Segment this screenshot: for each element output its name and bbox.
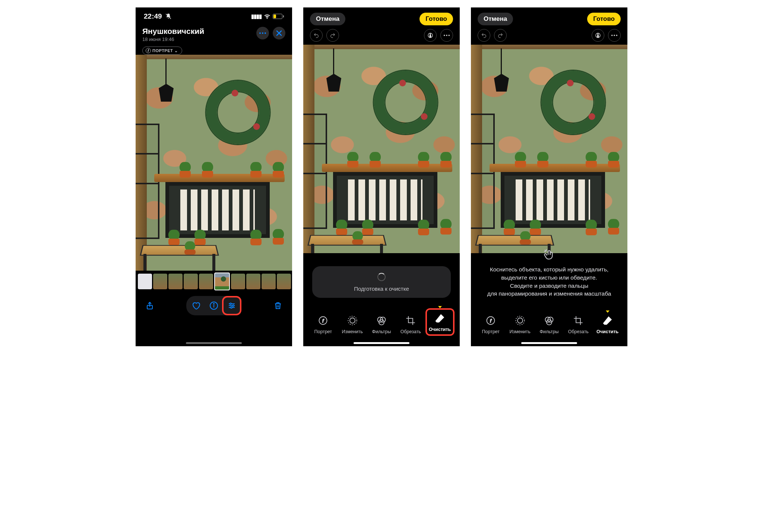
edit-button[interactable] [224,297,240,314]
tool-portrait[interactable]: f Портрет [478,314,504,334]
photo-content[interactable] [303,45,460,253]
tool-cleanup[interactable]: Очистить [595,314,621,334]
cancel-button[interactable]: Отмена [478,13,513,25]
svg-point-2 [262,32,263,34]
svg-text:f: f [323,318,324,324]
eraser-icon [601,314,614,327]
thumbnail[interactable] [262,274,276,289]
status-bar: 22:49 ▮▮▮▮ 7 [136,7,292,25]
photo-content[interactable] [471,45,627,253]
filters-icon [543,314,555,327]
delete-button[interactable] [270,297,286,314]
spinner-icon [377,273,386,281]
tool-adjust[interactable]: Изменить [507,314,533,334]
svg-point-25 [348,316,357,325]
redo-button[interactable] [326,29,339,42]
tool-adjust[interactable]: Изменить [339,314,365,334]
info-button[interactable] [206,297,222,314]
undo-button[interactable] [310,29,323,42]
edit-top-bar: Отмена Готово [303,7,460,29]
more-options-button[interactable] [256,27,269,39]
instruction-line: выделите его кистью или обведите. [478,274,620,282]
home-indicator[interactable] [521,342,577,344]
svg-point-15 [231,307,232,308]
portrait-mode-badge[interactable]: f ПОРТРЕТ ⌄ [142,47,182,55]
center-actions [186,296,241,315]
markup-button[interactable] [424,29,437,42]
aperture-icon: f [317,314,329,327]
aperture-icon: f [484,314,497,327]
cleanup-loading-banner: Подготовка к очистке [312,266,451,298]
more-options-button[interactable] [440,29,453,42]
favorite-button[interactable] [188,297,204,314]
chevron-down-icon: ⌄ [174,48,178,53]
svg-point-35 [517,318,523,323]
bottom-toolbar [136,292,292,325]
markup-button[interactable] [592,29,604,42]
screenshot-edit-loading: Отмена Готово [303,7,460,346]
edit-tool-row: f Портрет Изменить Фильтры Обрезать [303,310,460,337]
tool-portrait[interactable]: f Портрет [310,314,336,334]
wifi-icon [264,14,270,19]
svg-point-20 [446,35,447,36]
more-options-button[interactable] [608,29,621,42]
tool-filters[interactable]: Фильтры [536,314,562,334]
svg-text:f: f [490,318,492,324]
redo-button[interactable] [494,29,507,42]
cleanup-instructions: Коснитесь объекта, который нужно удалить… [478,249,620,298]
edit-sub-bar [303,29,460,45]
svg-point-3 [265,32,266,34]
done-button[interactable]: Готово [420,13,453,25]
photo-datetime: 18 июня 19:46 [142,36,204,42]
edit-tool-row: f Портрет Изменить Фильтры Обрезать [471,314,627,337]
svg-point-36 [516,316,524,325]
tool-crop[interactable]: Обрезать [565,314,591,334]
thumbnail-strip[interactable] [136,271,292,292]
photo-header: Янушковичский 18 июня 19:46 [136,25,292,44]
thumbnail-current[interactable] [214,273,230,290]
adjust-icon [514,314,526,327]
svg-point-13 [232,305,234,306]
thumbnail[interactable] [184,274,198,289]
thumbnail[interactable] [168,274,183,289]
home-indicator[interactable] [354,342,409,344]
thumbnail[interactable] [138,274,152,289]
svg-point-31 [614,35,615,36]
svg-point-9 [213,303,214,304]
adjust-icon [346,314,359,327]
svg-point-21 [449,35,450,36]
screenshot-edit-cleanup-ready: Отмена Готово [471,7,627,346]
thumbnail[interactable] [231,274,245,289]
home-indicator[interactable] [186,342,242,344]
photo-location-title: Янушковичский [142,27,204,36]
instruction-line: Сводите и разводите пальцы [478,282,620,290]
thumbnail[interactable] [153,274,167,289]
filters-icon [375,314,388,327]
photo-content[interactable] [136,55,292,271]
instruction-line: Коснитесь объекта, который нужно удалить… [478,265,620,274]
undo-button[interactable] [478,29,490,42]
tool-filters[interactable]: Фильтры [368,314,395,334]
cancel-button[interactable]: Отмена [310,13,345,25]
tap-gesture-icon [478,249,620,262]
svg-point-11 [230,303,231,305]
screenshot-photo-view: 22:49 ▮▮▮▮ 7 Янушковичский 18 июня 19:46 [136,7,292,346]
thumbnail[interactable] [277,274,291,289]
edit-sub-bar [471,29,627,45]
instruction-line: для панорамирования и изменения масштаба [478,290,620,298]
svg-point-1 [259,32,261,34]
thumbnail[interactable] [199,274,213,289]
svg-point-30 [611,35,613,36]
tool-cleanup[interactable]: Очистить [427,310,453,334]
close-button[interactable] [273,27,285,39]
svg-point-24 [350,318,355,323]
crop-icon [572,314,585,327]
crop-icon [404,314,417,327]
battery-indicator: 7 [273,14,284,19]
done-button[interactable]: Готово [587,13,621,25]
tool-crop[interactable]: Обрезать [398,314,424,334]
loading-text: Подготовка к очистке [354,286,409,292]
silent-mode-icon [165,13,172,20]
share-button[interactable] [142,297,158,314]
thumbnail[interactable] [246,274,260,289]
